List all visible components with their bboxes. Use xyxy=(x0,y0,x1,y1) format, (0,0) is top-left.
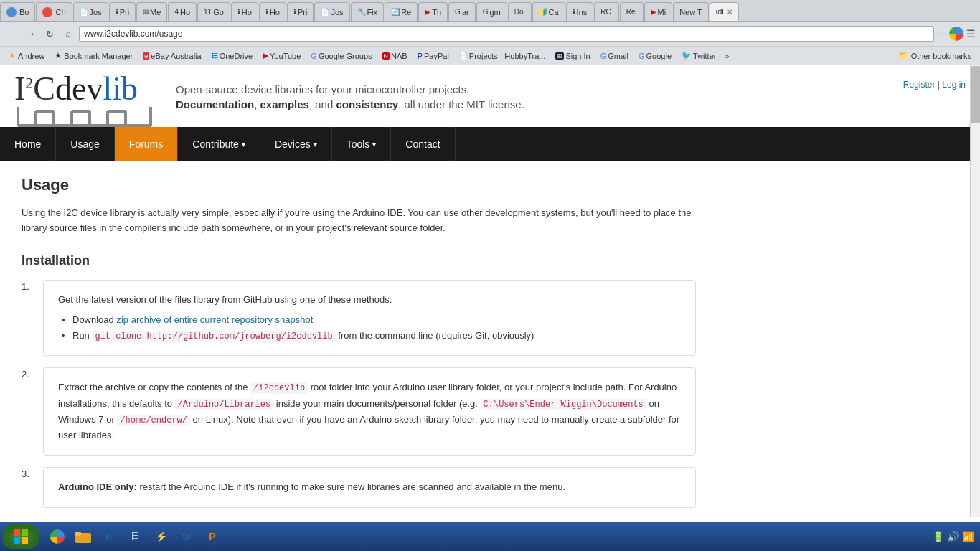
page-title: Usage xyxy=(22,176,696,194)
refresh-button[interactable]: ↻ xyxy=(42,26,57,42)
taskbar-arduino-icon[interactable]: ⚡ xyxy=(149,524,173,549)
intro-text: Using the I2C device library is actually… xyxy=(22,206,696,236)
tab-pri2[interactable]: ℹPri xyxy=(287,2,314,21)
step1-bullets: Download zip archive of entire current r… xyxy=(58,312,681,344)
nav-home[interactable]: Home xyxy=(0,127,56,161)
step3-text: Arduino IDE only: restart the Arduino ID… xyxy=(58,481,565,492)
tab-re[interactable]: 🔄Re xyxy=(385,2,418,21)
tab-go[interactable]: 11Go xyxy=(197,2,230,21)
nav-usage[interactable]: Usage xyxy=(56,127,114,161)
nav-contact[interactable]: Contact xyxy=(391,127,455,161)
address-input[interactable] xyxy=(79,26,934,42)
tab-jos[interactable]: 📄Jos xyxy=(73,2,108,21)
tab-bo[interactable]: Bo xyxy=(0,2,35,21)
tab-me[interactable]: ✉Me xyxy=(136,2,167,21)
tab-ins[interactable]: ℹIns xyxy=(566,2,594,21)
tab-mi[interactable]: ▶Mi xyxy=(644,2,673,21)
taskbar-chrome-icon[interactable] xyxy=(45,524,70,549)
bookmark-google-groups[interactable]: G Google Groups xyxy=(306,50,376,62)
tab-rc[interactable]: RC xyxy=(594,2,618,21)
nab-icon: N xyxy=(382,52,390,60)
step-number-3: 3. xyxy=(22,467,43,507)
bookmark-twitter[interactable]: 🐦 Twitter xyxy=(677,50,720,62)
forward-button[interactable]: → xyxy=(23,26,39,42)
register-link[interactable]: Register xyxy=(903,80,936,90)
main-content: Usage Using the I2C device library is ac… xyxy=(0,161,717,534)
scrollbar-thumb[interactable] xyxy=(971,66,980,123)
taskbar-battery-icon[interactable]: 🔋 xyxy=(932,531,944,542)
menu-button[interactable]: ☰ xyxy=(966,28,976,39)
tab-th[interactable]: ▶Th xyxy=(418,2,448,21)
bookmark-nab[interactable]: N NAB xyxy=(378,50,412,62)
nav-contribute[interactable]: Contribute ▾ xyxy=(178,127,260,161)
tab-ho2[interactable]: ℹHo xyxy=(231,2,258,21)
taskbar-internet-explorer-icon[interactable]: e xyxy=(97,524,121,549)
svg-rect-14 xyxy=(14,537,20,544)
tab-ho[interactable]: 4Ho xyxy=(168,2,197,21)
nav-tools[interactable]: Tools ▾ xyxy=(332,127,392,161)
bookmark-label: Bookmark Manager xyxy=(64,52,133,60)
bookmark-gmail[interactable]: G Gmail xyxy=(596,50,633,62)
tab-re2[interactable]: Re xyxy=(620,2,644,21)
taskbar-explorer-icon[interactable] xyxy=(71,524,95,549)
bookmark-google[interactable]: G Google xyxy=(634,50,676,62)
windows-path-code: C:\Users\Ender Wiggin\Documents xyxy=(481,399,646,410)
bookmark-label: Twitter xyxy=(693,52,716,60)
taskbar-word-icon[interactable]: W xyxy=(174,524,199,549)
tab-fix[interactable]: 🔧Fix xyxy=(351,2,385,21)
bookmark-star-icon[interactable]: ☆ xyxy=(937,28,946,39)
nav-forums[interactable]: Forums xyxy=(115,127,178,161)
bookmark-signin[interactable]: ⊞ Sign In xyxy=(551,50,594,62)
bookmark-paypal[interactable]: P PayPal xyxy=(413,50,453,62)
install-step-3: 3. Arduino IDE only: restart the Arduino… xyxy=(22,467,696,507)
tab-do[interactable]: Do xyxy=(508,2,532,21)
tagline-bold-documentation: Documentation xyxy=(176,98,254,110)
tab-idl[interactable]: idl ✕ xyxy=(710,2,739,21)
tab-jos2[interactable]: 📄Jos xyxy=(314,2,349,21)
start-button[interactable] xyxy=(3,524,39,549)
tab-pri[interactable]: ℹPri xyxy=(109,2,136,21)
taskbar-purebasic-icon[interactable]: P xyxy=(200,524,225,549)
taskbar-network-icon[interactable]: 📶 xyxy=(962,531,974,542)
scrollbar[interactable] xyxy=(970,65,980,517)
taskbar-separator xyxy=(42,526,42,547)
close-icon[interactable]: ✕ xyxy=(727,8,732,16)
tab-ch[interactable]: Ch xyxy=(36,2,72,21)
nav-devices[interactable]: Devices ▾ xyxy=(260,127,332,161)
install-box-3: Arduino IDE only: restart the Arduino ID… xyxy=(43,467,696,507)
zip-archive-link[interactable]: zip archive of entire current repository… xyxy=(116,314,313,325)
taskbar-right-area: 🔋 🔊 📶 xyxy=(932,531,977,542)
taskbar-monitor-icon[interactable]: 🖥 xyxy=(123,524,147,549)
chrome-icon xyxy=(949,27,963,41)
taskbar-volume-icon[interactable]: 🔊 xyxy=(947,531,959,542)
arduino-libraries-code: /Arduino/Libraries xyxy=(175,399,274,410)
bookmarks-bar: ★ Andrew ★ Bookmark Manager e eBay Austr… xyxy=(0,46,980,65)
bookmark-icon: ★ xyxy=(55,51,62,60)
install-box-1: Get the latest version of the files libr… xyxy=(43,280,696,357)
bookmark-bookmark-manager[interactable]: ★ Bookmark Manager xyxy=(50,50,137,62)
tab-gm[interactable]: Ggm xyxy=(476,2,507,21)
linux-path-code: /home/enderw/ xyxy=(117,415,190,426)
bookmark-ebay[interactable]: e eBay Australia xyxy=(138,50,205,62)
tagline-bold-examples: examples xyxy=(260,98,309,110)
bookmark-projects[interactable]: 📄 Projects - HobbyTra... xyxy=(455,50,550,62)
back-button[interactable]: ← xyxy=(4,26,20,42)
bookmarks-overflow: » xyxy=(722,52,732,60)
bookmark-onedrive[interactable]: ⊞ OneDrive xyxy=(207,50,257,62)
tagline-line2: Documentation, examples, and consistency… xyxy=(176,98,903,110)
tab-ho3[interactable]: ℹHo xyxy=(259,2,286,21)
tab-bar: Bo Ch 📄Jos ℹPri ✉Me 4Ho 11Go ℹHo ℹHo ℹPr… xyxy=(0,0,980,22)
tab-ca[interactable]: 🔰Ca xyxy=(532,2,565,21)
bookmark-youtube[interactable]: ▶ YouTube xyxy=(258,50,305,62)
tab-ar[interactable]: Gar xyxy=(448,2,476,21)
star-icon: ★ xyxy=(9,51,16,60)
gmail-icon: G xyxy=(600,52,607,60)
tagline-suffix: , all under the MIT license. xyxy=(398,98,524,110)
folder-icon: 📁 xyxy=(899,51,909,60)
bookmark-andrew[interactable]: ★ Andrew xyxy=(4,50,49,62)
home-button[interactable]: ⌂ xyxy=(60,26,76,42)
tab-newt[interactable]: New T xyxy=(673,2,709,21)
login-link[interactable]: Log in xyxy=(942,80,966,90)
i2cdevlib-code: /i2cdevlib xyxy=(250,382,308,394)
other-bookmarks-folder[interactable]: 📁 Other bookmarks xyxy=(895,50,976,62)
